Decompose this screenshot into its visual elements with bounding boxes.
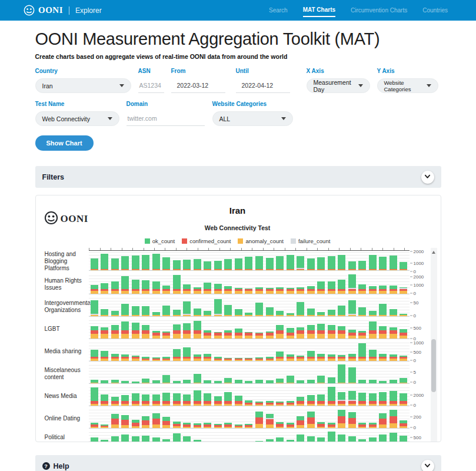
stacked-bar[interactable] (142, 280, 149, 294)
stacked-bar[interactable] (317, 422, 325, 428)
stacked-bar[interactable] (194, 440, 201, 442)
stacked-bar[interactable] (276, 402, 284, 406)
stacked-bar[interactable] (379, 257, 387, 270)
stacked-bar[interactable] (142, 416, 149, 428)
stacked-bar[interactable] (183, 284, 191, 294)
stacked-bar[interactable] (173, 381, 181, 383)
stacked-bar[interactable] (328, 387, 335, 406)
stacked-bar[interactable] (245, 332, 252, 339)
stacked-bar[interactable] (307, 412, 315, 428)
stacked-bar[interactable] (132, 356, 139, 361)
stacked-bar[interactable] (101, 380, 108, 383)
filters-chevron-button[interactable] (421, 171, 434, 184)
stacked-bar[interactable] (379, 434, 387, 442)
stacked-bar[interactable] (255, 287, 263, 294)
stacked-bar[interactable] (235, 424, 242, 428)
stacked-bar[interactable] (101, 309, 108, 316)
stacked-bar[interactable] (379, 304, 387, 316)
stacked-bar[interactable] (328, 423, 335, 428)
stacked-bar[interactable] (173, 422, 181, 428)
stacked-bar[interactable] (379, 354, 387, 361)
chart-scrollbar[interactable] (431, 248, 437, 442)
stacked-bar[interactable] (91, 258, 98, 270)
stacked-bar[interactable] (132, 436, 139, 442)
stacked-bar[interactable] (328, 310, 335, 316)
stacked-bar[interactable] (183, 423, 191, 428)
stacked-bar[interactable] (358, 393, 366, 406)
stacked-bar[interactable] (101, 327, 108, 339)
stacked-bar[interactable] (400, 393, 407, 406)
stacked-bar[interactable] (338, 392, 345, 406)
stacked-bar[interactable] (266, 288, 274, 294)
stacked-bar[interactable] (111, 281, 119, 294)
stacked-bar[interactable] (266, 307, 274, 316)
stacked-bar[interactable] (214, 284, 222, 294)
stacked-bar[interactable] (121, 395, 129, 406)
stacked-bar[interactable] (121, 434, 129, 442)
stacked-bar[interactable] (369, 311, 377, 316)
stacked-bar[interactable] (91, 285, 98, 294)
stacked-bar[interactable] (91, 350, 98, 361)
stacked-bar[interactable] (204, 354, 211, 361)
stacked-bar[interactable] (111, 397, 119, 406)
stacked-bar[interactable] (317, 394, 325, 406)
stacked-bar[interactable] (328, 325, 335, 339)
filters-collapse-bar[interactable]: Filters (35, 166, 441, 188)
stacked-bar[interactable] (173, 275, 181, 294)
stacked-bar[interactable] (162, 257, 170, 270)
stacked-bar[interactable] (183, 323, 191, 339)
stacked-bar[interactable] (245, 288, 252, 294)
stacked-bar[interactable] (132, 256, 139, 270)
stacked-bar[interactable] (276, 437, 284, 442)
stacked-bar[interactable] (307, 380, 315, 383)
stacked-bar[interactable] (245, 424, 252, 428)
stacked-bar[interactable] (183, 347, 191, 361)
stacked-bar[interactable] (183, 380, 191, 383)
stacked-bar[interactable] (91, 387, 98, 406)
stacked-bar[interactable] (276, 325, 284, 339)
yaxis-select[interactable]: Website Categories (377, 78, 438, 93)
stacked-bar[interactable] (255, 441, 263, 442)
stacked-bar[interactable] (194, 390, 201, 406)
stacked-bar[interactable] (317, 257, 325, 270)
stacked-bar[interactable] (276, 422, 284, 428)
stacked-bar[interactable] (338, 364, 345, 383)
stacked-bar[interactable] (121, 321, 129, 339)
stacked-bar[interactable] (358, 331, 366, 339)
stacked-bar[interactable] (276, 256, 284, 270)
stacked-bar[interactable] (204, 423, 211, 428)
stacked-bar[interactable] (152, 357, 160, 361)
stacked-bar[interactable] (152, 394, 160, 406)
stacked-bar[interactable] (287, 423, 294, 428)
stacked-bar[interactable] (204, 393, 211, 406)
stacked-bar[interactable] (162, 375, 170, 383)
stacked-bar[interactable] (390, 327, 397, 339)
stacked-bar[interactable] (101, 254, 108, 270)
stacked-bar[interactable] (101, 283, 108, 294)
stacked-bar[interactable] (400, 420, 407, 428)
stacked-bar[interactable] (266, 414, 274, 428)
stacked-bar[interactable] (224, 259, 232, 270)
stacked-bar[interactable] (162, 417, 170, 428)
stacked-bar[interactable] (224, 358, 232, 361)
stacked-bar[interactable] (91, 437, 98, 442)
stacked-bar[interactable] (152, 437, 160, 442)
stacked-bar[interactable] (276, 379, 284, 383)
stacked-bar[interactable] (369, 254, 377, 270)
stacked-bar[interactable] (214, 299, 222, 316)
stacked-bar[interactable] (338, 280, 345, 294)
stacked-bar[interactable] (235, 396, 242, 406)
stacked-bar[interactable] (224, 377, 232, 383)
stacked-bar[interactable] (400, 329, 407, 339)
stacked-bar[interactable] (287, 440, 294, 442)
nav-link-circumvention-charts[interactable]: Circumvention Charts (351, 5, 407, 16)
stacked-bar[interactable] (194, 309, 201, 316)
stacked-bar[interactable] (358, 261, 366, 270)
stacked-bar[interactable] (132, 306, 139, 316)
stacked-bar[interactable] (255, 402, 263, 406)
stacked-bar[interactable] (204, 261, 211, 270)
stacked-bar[interactable] (214, 424, 222, 428)
stacked-bar[interactable] (266, 258, 274, 270)
stacked-bar[interactable] (348, 436, 356, 442)
stacked-bar[interactable] (142, 325, 149, 339)
